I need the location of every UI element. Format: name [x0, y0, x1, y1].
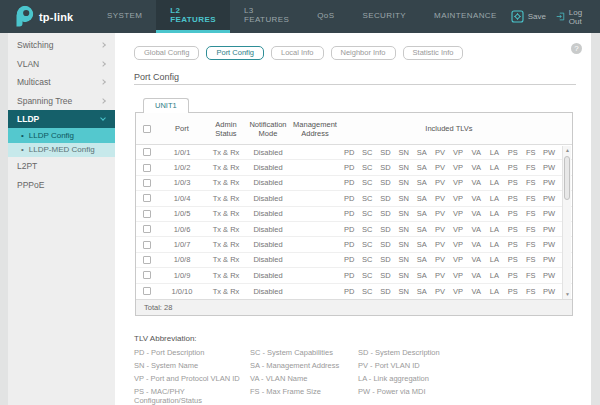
table-row: 1/0/6 Tx & Rx Disabled PDSCSDSNSAPVVPVAL… — [136, 222, 572, 237]
logout-button[interactable]: Log Out — [556, 8, 588, 26]
row-checkbox[interactable] — [143, 164, 151, 172]
tlv-code: SC — [358, 287, 376, 296]
tlv-code: PV — [431, 255, 449, 264]
sidebar-item-lldp-med-config[interactable]: LLDP-MED Config — [8, 143, 115, 158]
notification-mode-cell: Disabled — [246, 255, 290, 264]
tlv-code: FS — [522, 240, 540, 249]
tlv-code: SA — [413, 178, 431, 187]
port-cell: 1/0/3 — [158, 178, 206, 187]
table-row: 1/0/10 Tx & Rx Disabled PDSCSDSNSAPVVPVA… — [136, 284, 572, 299]
sidebar-item-multicast[interactable]: Multicast — [8, 73, 115, 92]
row-checkbox[interactable] — [143, 271, 151, 279]
tlv-code: SD — [376, 209, 394, 218]
tab-local-info[interactable]: Local Info — [271, 46, 324, 60]
sidebar-item-switching[interactable]: Switching — [8, 36, 115, 55]
sidebar-item-pppoe[interactable]: PPPoE — [8, 176, 115, 195]
tlv-code: PD — [340, 240, 358, 249]
tlv-code: VP — [449, 240, 467, 249]
row-checkbox[interactable] — [143, 241, 151, 249]
unit-tab[interactable]: UNIT1 — [143, 98, 189, 113]
tlv-code: SD — [376, 287, 394, 296]
header-actions: Save Log Out — [511, 0, 600, 33]
tlv-cells: PDSCSDSNSAPVVPVALAPSFSPW — [340, 209, 572, 218]
nav-maintenance[interactable]: MAINTENANCE — [420, 0, 511, 33]
page-title: Port Config — [134, 72, 179, 82]
nav-l2-features[interactable]: L2 FEATURES — [156, 0, 230, 33]
tlv-code: FS — [522, 163, 540, 172]
tlv-cells: PDSCSDSNSAPVVPVALAPSFSPW — [340, 287, 572, 296]
tlv-code: PV — [431, 240, 449, 249]
row-checkbox[interactable] — [143, 256, 151, 264]
tlv-code: PD — [340, 287, 358, 296]
help-icon[interactable]: ? — [571, 43, 582, 54]
sidebar-item-l2pt[interactable]: L2PT — [8, 157, 115, 176]
sidebar-item-lldp[interactable]: LLDP — [8, 110, 115, 128]
scroll-up-arrow[interactable]: ▲ — [563, 146, 572, 155]
admin-status-cell: Tx & Rx — [206, 240, 246, 249]
tab-port-config[interactable]: Port Config — [206, 46, 264, 60]
port-cell: 1/0/6 — [158, 225, 206, 234]
port-cell: 1/0/1 — [158, 148, 206, 157]
tlv-code: PS — [504, 209, 522, 218]
table-scrollbar[interactable]: ▲ ▼ — [562, 146, 571, 299]
tlv-code: PV — [431, 163, 449, 172]
tlv-code: VA — [467, 240, 485, 249]
sidebar-item-lldp-config[interactable]: LLDP Config — [8, 128, 115, 143]
sidebar-item-vlan[interactable]: VLAN — [8, 55, 115, 74]
tlv-code: SC — [358, 163, 376, 172]
scroll-thumb[interactable] — [564, 156, 570, 200]
row-checkbox[interactable] — [143, 287, 151, 295]
row-checkbox[interactable] — [143, 194, 151, 202]
tlv-code: FS — [522, 209, 540, 218]
tab-statistic-info[interactable]: Statistic Info — [403, 46, 464, 60]
sidebar-item-label: VLAN — [17, 59, 39, 69]
header-notification-mode: Notification Mode — [246, 120, 290, 138]
tlv-code: PS — [504, 148, 522, 157]
nav-system[interactable]: SYSTEM — [93, 0, 156, 33]
tlv-code: SA — [413, 225, 431, 234]
tlv-code: PV — [431, 148, 449, 157]
tplink-logo-icon — [10, 4, 34, 30]
tlv-code: PW — [540, 240, 558, 249]
tlv-cells: PDSCSDSNSAPVVPVALAPSFSPW — [340, 148, 572, 157]
tlv-code: SN — [395, 178, 413, 187]
tab-neighbor-info[interactable]: Neighbor Info — [331, 46, 396, 60]
table-row: 1/0/8 Tx & Rx Disabled PDSCSDSNSAPVVPVAL… — [136, 253, 572, 268]
nav-l3-features[interactable]: L3 FEATURES — [230, 0, 303, 33]
notification-mode-cell: Disabled — [246, 287, 290, 296]
save-button[interactable]: Save — [511, 10, 546, 23]
admin-status-cell: Tx & Rx — [206, 271, 246, 280]
select-all-checkbox[interactable] — [143, 125, 151, 133]
tlv-code: PW — [540, 287, 558, 296]
tlv-code: PD — [340, 209, 358, 218]
sidebar-item-label: Multicast — [17, 77, 51, 87]
table-header-row: Port Admin Status Notification Mode Mana… — [136, 113, 572, 145]
tlv-code: SA — [413, 271, 431, 280]
title-divider — [134, 84, 576, 85]
scroll-down-arrow[interactable]: ▼ — [563, 290, 572, 299]
row-checkbox[interactable] — [143, 148, 151, 156]
tlv-code: PV — [431, 178, 449, 187]
table-row: 1/0/9 Tx & Rx Disabled PDSCSDSNSAPVVPVAL… — [136, 268, 572, 283]
main-area: Switching VLAN Multicast Spanning Tree L… — [0, 33, 600, 405]
chevron-right-icon — [100, 42, 106, 48]
table-row: 1/0/2 Tx & Rx Disabled PDSCSDSNSAPVVPVAL… — [136, 160, 572, 175]
sidebar-item-label: L2PT — [17, 161, 37, 171]
row-checkbox[interactable] — [143, 225, 151, 233]
tlv-code: SD — [376, 271, 394, 280]
port-cell: 1/0/2 — [158, 163, 206, 172]
admin-status-cell: Tx & Rx — [206, 194, 246, 203]
tlv-code: FS — [522, 225, 540, 234]
row-checkbox[interactable] — [143, 179, 151, 187]
tplink-logo[interactable]: tp-link — [0, 0, 91, 33]
nav-qos[interactable]: QoS — [303, 0, 348, 33]
tab-global-config[interactable]: Global Config — [134, 46, 199, 60]
nav-security[interactable]: SECURITY — [348, 0, 420, 33]
tlv-code: PV — [431, 225, 449, 234]
row-checkbox[interactable] — [143, 210, 151, 218]
tlv-code: LA — [485, 255, 503, 264]
sidebar-item-label: PPPoE — [17, 180, 44, 190]
sidebar-item-spanning-tree[interactable]: Spanning Tree — [8, 92, 115, 111]
header-port: Port — [158, 124, 206, 133]
tlv-code: PW — [540, 178, 558, 187]
